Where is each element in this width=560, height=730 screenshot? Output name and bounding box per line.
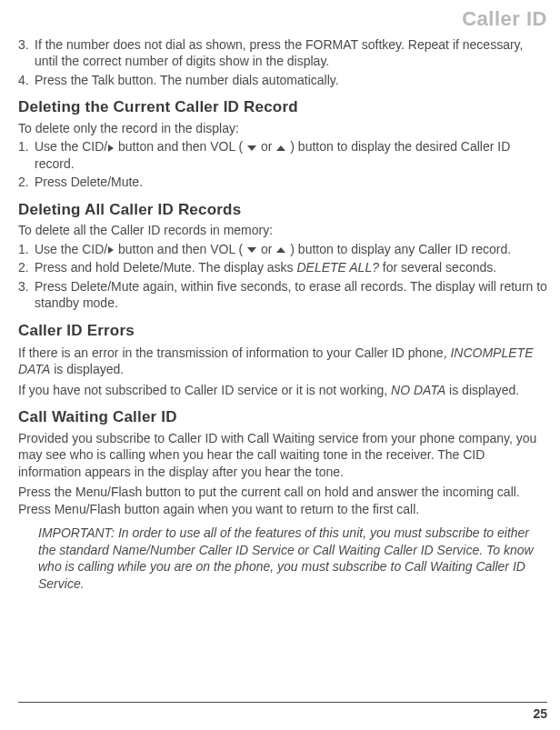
triangle-up-icon — [276, 145, 285, 151]
list-text: Press Delete/Mute. — [35, 175, 143, 189]
important-note: IMPORTANT: In order to use all of the fe… — [18, 525, 547, 592]
list-item: 1.Use the CID/ button and then VOL ( or … — [18, 138, 547, 172]
page-content: 3.If the number does not dial as shown, … — [18, 36, 547, 592]
section-intro: To delete all the Caller ID records in m… — [18, 222, 547, 238]
list-item: 3.If the number does not dial as shown, … — [18, 36, 547, 70]
list-item: 4.Press the Talk button. The number dial… — [18, 72, 547, 88]
triangle-right-icon — [108, 145, 114, 152]
list-number: 3. — [18, 278, 35, 295]
paragraph: Press the Menu/Flash button to put the c… — [18, 484, 547, 517]
list-text: Press and hold Delete/Mute. The display … — [35, 260, 496, 275]
list-number: 2. — [18, 174, 35, 190]
list-item: 1.Use the CID/ button and then VOL ( or … — [18, 241, 547, 257]
triangle-up-icon — [276, 247, 285, 253]
list-number: 2. — [18, 259, 35, 275]
triangle-down-icon — [247, 247, 256, 253]
page-header: Caller ID — [18, 7, 547, 31]
list-text: Press Delete/Mute again, within five sec… — [35, 279, 547, 310]
list-number: 3. — [18, 36, 35, 53]
list-number: 1. — [18, 138, 35, 155]
paragraph: Provided you subscribe to Caller ID with… — [18, 430, 547, 480]
list-item: 3.Press Delete/Mute again, within five s… — [18, 278, 547, 312]
triangle-right-icon — [108, 246, 114, 254]
list-text: Press the Talk button. The number dials … — [35, 73, 339, 87]
list-item: 2.Press Delete/Mute. — [18, 174, 547, 190]
page-footer: 25 — [18, 702, 547, 721]
list-number: 1. — [18, 241, 35, 257]
section-heading: Deleting the Current Caller ID Record — [18, 97, 547, 117]
section-heading: Call Waiting Caller ID — [18, 407, 547, 427]
list-number: 4. — [18, 72, 35, 88]
list-text: Use the CID/ button and then VOL ( or ) … — [35, 139, 510, 170]
page-number: 25 — [533, 706, 547, 721]
list-text: Use the CID/ button and then VOL ( or ) … — [35, 242, 511, 256]
section-intro: To delete only the record in the display… — [18, 120, 547, 136]
section-heading: Deleting All Caller ID Records — [18, 200, 547, 220]
list-item: 2.Press and hold Delete/Mute. The displa… — [18, 259, 547, 275]
section-heading: Caller ID Errors — [18, 321, 547, 341]
paragraph: If there is an error in the transmission… — [18, 345, 547, 378]
triangle-down-icon — [247, 145, 256, 151]
paragraph: If you have not subscribed to Caller ID … — [18, 382, 547, 398]
list-text: If the number does not dial as shown, pr… — [35, 37, 523, 68]
